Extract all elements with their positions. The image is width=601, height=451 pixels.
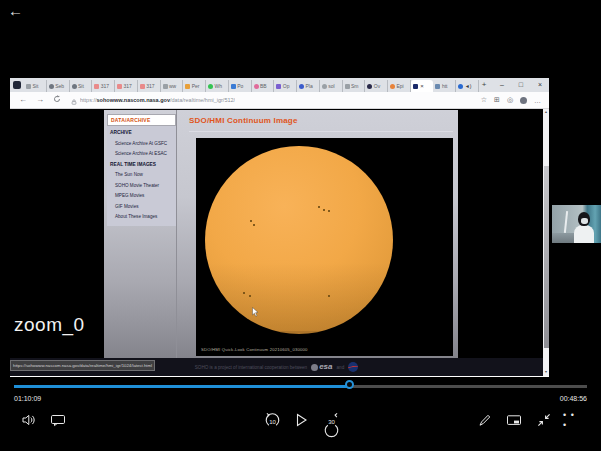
tab-label: ww bbox=[169, 83, 176, 89]
captions-button[interactable] bbox=[49, 411, 67, 429]
browser-tab-19[interactable]: ◄) bbox=[456, 80, 479, 92]
tab-favicon bbox=[72, 84, 77, 89]
skip-forward-30-button[interactable]: 30 bbox=[322, 411, 340, 429]
browser-tab-15[interactable]: Ov bbox=[365, 80, 388, 92]
tab-favicon bbox=[345, 84, 350, 89]
tab-label: 317 bbox=[146, 83, 154, 89]
browser-tab-9[interactable]: Po bbox=[229, 80, 252, 92]
browser-tab-12[interactable]: Pla bbox=[297, 80, 320, 92]
sidebar-section-title: REAL TIME IMAGES bbox=[110, 160, 174, 171]
sunspot bbox=[250, 220, 252, 222]
address-bar[interactable]: https://sohowww.nascom.nasa.gov/data/rea… bbox=[71, 91, 475, 109]
browser-tab-11[interactable]: Op bbox=[274, 80, 297, 92]
browser-tab-1[interactable]: Seb bbox=[47, 80, 70, 92]
collections-icon[interactable]: ⊞ bbox=[494, 96, 500, 104]
sunspot bbox=[323, 209, 325, 211]
tab-label: Sm bbox=[351, 83, 359, 89]
browser-window: SitSebSit317317317wwPerWhPoBBOpPlasolSmO… bbox=[10, 78, 549, 377]
tab-label: Sit bbox=[78, 83, 84, 89]
profile-avatar[interactable] bbox=[520, 97, 527, 104]
browser-menu-icon[interactable]: … bbox=[534, 97, 541, 104]
sun-image[interactable]: SDO/HMI Quick-Look Continuum 20210605_03… bbox=[196, 138, 453, 356]
webcam-pole bbox=[564, 211, 568, 233]
exit-fullscreen-button[interactable] bbox=[535, 411, 553, 429]
tab-label: BB bbox=[260, 83, 267, 89]
sunspot bbox=[249, 295, 251, 297]
tab-label: 317 bbox=[124, 83, 132, 89]
browser-tab-13[interactable]: sol bbox=[320, 80, 343, 92]
status-url-tooltip: https://sohowww.nascom.nasa.gov/data/rea… bbox=[10, 360, 155, 371]
tab-label: Seb bbox=[55, 83, 64, 89]
sidebar-link[interactable]: GIF Movies bbox=[110, 202, 174, 213]
page-title: SDO/HMI Continuum Image bbox=[189, 116, 298, 125]
sidebar-section-title: ARCHIVE bbox=[110, 128, 174, 139]
sunspot bbox=[243, 292, 245, 294]
tab-favicon bbox=[208, 84, 213, 89]
sun-disk bbox=[205, 146, 393, 334]
browser-tab-0[interactable]: Sit bbox=[24, 80, 47, 92]
mouse-cursor bbox=[252, 303, 259, 321]
skip-back-10-button[interactable]: 10 bbox=[263, 411, 281, 429]
browser-tab-14[interactable]: Sm bbox=[343, 80, 366, 92]
tab-close-icon[interactable]: × bbox=[420, 83, 424, 89]
seek-bar[interactable] bbox=[14, 385, 587, 388]
tab-audio-icon[interactable]: ◄) bbox=[465, 83, 472, 89]
sunspot bbox=[318, 206, 320, 208]
tab-favicon bbox=[435, 84, 440, 89]
browser-tab-3[interactable]: 317 bbox=[92, 80, 115, 92]
nav-forward-icon[interactable]: → bbox=[36, 96, 44, 104]
sidebar-link[interactable]: The Sun Now bbox=[110, 170, 174, 181]
scroll-down-icon[interactable]: ▼ bbox=[543, 369, 549, 376]
scrollbar[interactable]: ▲ ▼ bbox=[543, 109, 549, 376]
browser-tab-18[interactable]: htt bbox=[433, 80, 456, 92]
tab-label: Ov bbox=[374, 83, 380, 89]
browser-tab-6[interactable]: ww bbox=[161, 80, 184, 92]
scrollbar-thumb[interactable] bbox=[544, 166, 549, 348]
sidebar-link[interactable]: SOHO Movie Theater bbox=[110, 181, 174, 192]
tab-favicon bbox=[390, 84, 395, 89]
back-icon[interactable]: ← bbox=[8, 3, 23, 18]
refresh-icon[interactable] bbox=[53, 95, 61, 105]
sidebar-link[interactable]: About These Images bbox=[110, 212, 174, 223]
sidebar-link[interactable]: Science Archive At GSFC bbox=[110, 139, 174, 150]
seek-handle[interactable] bbox=[345, 380, 354, 389]
nasa-logo-icon bbox=[348, 362, 358, 372]
sidebar-link[interactable]: MPEG Movies bbox=[110, 191, 174, 202]
tab-strip: SitSebSit317317317wwPerWhPoBBOpPlasolSmO… bbox=[10, 78, 549, 92]
favorites-icon[interactable]: ☆ bbox=[481, 96, 487, 104]
browser-tab-7[interactable]: Per bbox=[183, 80, 206, 92]
close-button[interactable]: × bbox=[538, 81, 542, 88]
skip-back-label: 10 bbox=[269, 418, 276, 424]
play-button[interactable] bbox=[292, 411, 310, 429]
extensions-icon[interactable]: ◎ bbox=[507, 96, 513, 104]
active-tab[interactable]: × bbox=[411, 80, 434, 92]
browser-tab-5[interactable]: 317 bbox=[138, 80, 161, 92]
footer-and: and bbox=[337, 365, 345, 370]
tab-favicon bbox=[231, 84, 236, 89]
tab-favicon bbox=[94, 84, 99, 89]
webcam-person bbox=[574, 225, 594, 243]
tab-label: Sit bbox=[33, 83, 39, 89]
webcam-person-mask bbox=[581, 218, 588, 224]
sidebar-menu: DATA/ARCHIVE ARCHIVEScience Archive At G… bbox=[107, 114, 176, 226]
browser-tab-16[interactable]: Epi bbox=[388, 80, 411, 92]
browser-tab-8[interactable]: Wh bbox=[206, 80, 229, 92]
sidebar-link[interactable]: Science Archive At ESAC bbox=[110, 149, 174, 160]
scroll-up-icon[interactable]: ▲ bbox=[543, 109, 549, 116]
browser-tab-4[interactable]: 317 bbox=[115, 80, 138, 92]
tab-favicon bbox=[117, 84, 122, 89]
edit-pen-button[interactable] bbox=[476, 411, 494, 429]
tab-favicon bbox=[458, 84, 463, 89]
minimize-button[interactable]: – bbox=[500, 81, 504, 88]
mini-player-button[interactable] bbox=[505, 411, 523, 429]
new-tab-button[interactable]: + bbox=[479, 79, 489, 91]
sunspot bbox=[328, 210, 330, 212]
nav-back-icon[interactable]: ← bbox=[19, 96, 27, 104]
volume-button[interactable] bbox=[20, 411, 38, 429]
more-options-button[interactable]: • • • bbox=[563, 411, 581, 429]
browser-tab-10[interactable]: BB bbox=[252, 80, 275, 92]
maximize-button[interactable]: □ bbox=[519, 81, 523, 88]
webcam-overlay bbox=[552, 205, 601, 243]
browser-tab-2[interactable]: Sit bbox=[70, 80, 93, 92]
tab-label: Wh bbox=[215, 83, 223, 89]
